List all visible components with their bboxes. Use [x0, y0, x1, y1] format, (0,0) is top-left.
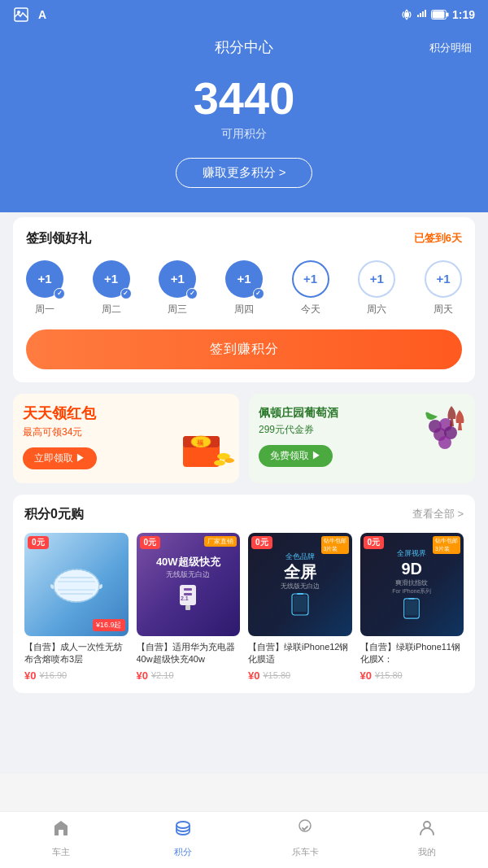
points-icon	[173, 818, 193, 843]
lecard-icon	[295, 818, 315, 843]
driver-icon	[51, 818, 71, 843]
day-label-thu: 周四	[234, 303, 254, 316]
check-mark-tue: ✓	[120, 288, 132, 299]
price-old-1: ¥2.10	[151, 670, 174, 680]
product-img-mask: 0元 ¥16.9起	[24, 533, 129, 637]
earn-more-button[interactable]: 赚取更多积分 >	[176, 158, 313, 188]
signin-header: 签到领好礼 已签到6天	[26, 230, 462, 247]
sticker-badge-3: 钻牛包邮3片装	[433, 536, 460, 554]
banner-row: 天天领红包 最高可领34元 立即领取 ▶ 福 佩顿庄园葡萄酒 299元代金券	[13, 394, 475, 483]
day-item-mon: +1 ✓ 周一	[26, 260, 63, 316]
product-price-0: ¥0 ¥16.90	[24, 670, 129, 682]
status-right: 1:19	[400, 8, 475, 21]
nav-item-driver[interactable]: 车主	[0, 818, 122, 858]
day-label-today: 今天	[301, 303, 320, 316]
banner-left-title: 天天领红包	[23, 405, 229, 423]
day-label-sun: 周天	[434, 303, 453, 316]
mine-icon	[417, 818, 437, 843]
status-left-icons: A	[13, 7, 50, 23]
price-new-0: ¥0	[24, 670, 36, 682]
product-badge-1: 0元	[140, 536, 161, 549]
products-more-link[interactable]: 查看全部 >	[412, 507, 464, 521]
signin-status: 已签到6天	[414, 231, 462, 246]
nav-item-lecard[interactable]: 乐车卡	[244, 818, 366, 858]
nav-item-points[interactable]: 积分	[122, 818, 244, 858]
day-circle-wed: +1 ✓	[159, 260, 196, 298]
discount-badge-mask: ¥16.9起	[93, 619, 125, 631]
price-old-3: ¥15.80	[375, 670, 403, 680]
points-value: 3440	[16, 73, 472, 124]
day-circle-tue: +1 ✓	[93, 260, 130, 298]
svg-rect-25	[184, 588, 192, 591]
signin-suffix: 天	[451, 232, 462, 244]
svg-rect-27	[185, 605, 190, 610]
product-img-screen2: 0元 全屏视界 9D 爽滑抗指纹 For iPhone系列 钻牛包邮3片	[360, 533, 464, 637]
product-item-mask[interactable]: 0元 ¥16.9起	[24, 533, 129, 682]
redpacket-icon: 福	[179, 424, 236, 480]
day-circle-today: +1	[292, 260, 329, 298]
svg-rect-5	[447, 13, 449, 17]
products-grid: 0元 ¥16.9起	[24, 533, 464, 682]
page-title: 积分中心	[16, 37, 472, 57]
signin-status-prefix: 已签到	[414, 232, 446, 244]
signin-card: 签到领好礼 已签到6天 +1 ✓ 周一 +1 ✓ 周二	[13, 217, 475, 382]
product-name-1: 【自营】适用华为充电器40w超级快充40w	[137, 641, 241, 666]
product-badge-3: 0元	[364, 536, 385, 549]
signin-title: 签到领好礼	[26, 230, 91, 247]
products-title: 积分0元购	[24, 506, 84, 523]
days-row: +1 ✓ 周一 +1 ✓ 周二 +1 ✓ 周三	[26, 260, 462, 316]
svg-text:2.1: 2.1	[181, 595, 189, 601]
product-badge-0: 0元	[28, 536, 49, 549]
check-mark-wed: ✓	[186, 288, 198, 299]
sticker-badge-2: 钻牛包邮3片装	[321, 536, 349, 554]
svg-point-11	[224, 458, 234, 463]
day-item-today: +1 今天	[292, 260, 329, 316]
check-mark-mon: ✓	[54, 288, 65, 299]
day-item-sat: +1 周六	[358, 260, 395, 316]
nav-label-points: 积分	[174, 846, 192, 858]
product-item-charger[interactable]: 0元 40W超级快充 无线版无白边 2.1 厂家直销	[137, 533, 241, 682]
status-bar: A 1:19	[0, 0, 488, 29]
gallery-icon	[13, 7, 29, 23]
signin-button[interactable]: 签到赚积分	[26, 329, 462, 369]
svg-text:福: 福	[196, 438, 203, 447]
signin-days: 6	[446, 232, 451, 244]
banner-wine: 佩顿庄园葡萄酒 299元代金券 免费领取 ▶	[249, 394, 475, 483]
wine-icon	[415, 402, 472, 474]
check-mark-thu: ✓	[253, 288, 264, 299]
day-label-sat: 周六	[367, 303, 386, 316]
day-item-tue: +1 ✓ 周二	[93, 260, 130, 316]
price-new-3: ¥0	[360, 670, 372, 682]
price-old-2: ¥15.80	[263, 670, 290, 680]
product-price-3: ¥0 ¥15.80	[360, 670, 464, 682]
day-item-sun: +1 周天	[425, 260, 462, 316]
product-img-charger: 0元 40W超级快充 无线版无白边 2.1 厂家直销	[137, 533, 241, 637]
nav-label-mine: 我的	[418, 846, 436, 858]
detail-link[interactable]: 积分明细	[429, 41, 472, 55]
day-item-thu: +1 ✓ 周四	[225, 260, 263, 316]
a-icon: A	[34, 7, 50, 23]
banner-right-btn[interactable]: 免费领取 ▶	[259, 445, 333, 467]
svg-point-36	[424, 822, 430, 828]
nav-item-mine[interactable]: 我的	[366, 818, 488, 858]
svg-rect-30	[294, 595, 307, 612]
day-label-mon: 周一	[35, 303, 54, 316]
charger-text: 40W超级快充	[156, 556, 220, 568]
nav-label-lecard: 乐车卡	[292, 846, 319, 858]
product-img-screen1: 0元 全色品牌 全屏 无线版无白边 钻牛包邮3片装	[248, 533, 352, 637]
svg-point-12	[214, 460, 225, 465]
banner-left-btn[interactable]: 立即领取 ▶	[23, 447, 97, 469]
svg-rect-33	[406, 600, 418, 616]
product-name-2: 【自营】绿联iPhone12钢化膜适	[248, 641, 352, 666]
price-new-2: ¥0	[248, 670, 259, 682]
main-content: 签到领好礼 已签到6天 +1 ✓ 周一 +1 ✓ 周二	[0, 204, 488, 774]
bottom-nav: 车主 积分 乐车卡 我的	[0, 811, 488, 868]
svg-point-35	[176, 822, 190, 828]
day-circle-sun: +1	[425, 260, 462, 298]
day-label-tue: 周二	[102, 303, 121, 316]
product-name-3: 【自营】绿联iPhone11钢化膜X：	[360, 641, 464, 666]
product-name-0: 【自营】成人一次性无纺布含熔喷布3层	[24, 641, 129, 666]
product-item-screen1[interactable]: 0元 全色品牌 全屏 无线版无白边 钻牛包邮3片装 【自营】绿	[248, 533, 352, 682]
product-item-screen2[interactable]: 0元 全屏视界 9D 爽滑抗指纹 For iPhone系列 钻牛包邮3片	[360, 533, 464, 682]
price-new-1: ¥0	[137, 670, 148, 682]
